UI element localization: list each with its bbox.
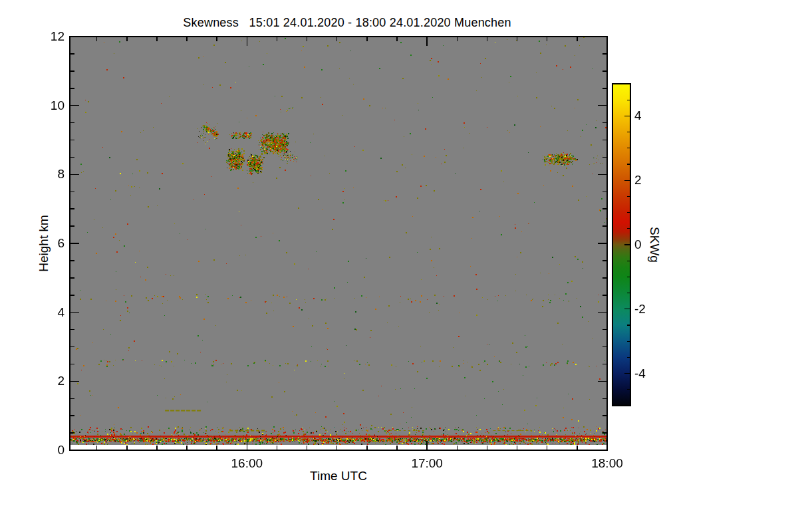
page: { "title": "Skewness 15:01 24.01.2020 - … [0, 0, 798, 532]
x-tick-label: 17:00 [400, 457, 454, 470]
y-tick-label: 10 [26, 99, 65, 112]
colorbar-tick-label: 4 [634, 109, 668, 122]
y-tick-label: 8 [26, 168, 65, 181]
y-tick-label: 6 [26, 237, 65, 250]
colorbar-tick-label: 0 [634, 238, 668, 251]
chart-title: Skewness 15:01 24.01.2020 - 18:00 24.01.… [183, 16, 511, 30]
y-tick-label: 12 [26, 30, 65, 43]
colorbar-gradient [612, 84, 630, 406]
heatmap-canvas [70, 37, 607, 450]
x-tick-label: 18:00 [581, 457, 634, 470]
colorbar-tick-label: -2 [634, 303, 668, 316]
y-tick-label: 0 [26, 444, 65, 457]
x-axis-label: Time UTC [310, 469, 367, 483]
colorbar-tick-label: -4 [634, 367, 668, 380]
x-tick-label: 16:00 [220, 457, 273, 470]
colorbar-tick-label: 2 [634, 174, 668, 187]
y-tick-label: 4 [26, 306, 65, 319]
y-tick-label: 2 [26, 374, 65, 388]
